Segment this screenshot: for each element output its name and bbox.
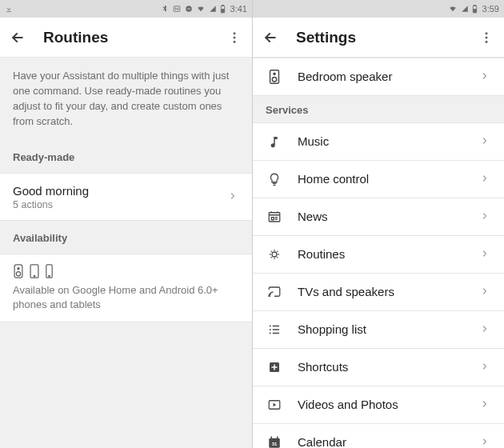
nfc-icon [172,5,182,13]
page-title: Routines [43,29,225,46]
svg-rect-32 [273,329,279,330]
back-arrow-icon[interactable] [261,28,280,47]
app-bar: Routines [0,18,252,58]
svg-point-29 [270,329,271,330]
svg-point-20 [486,36,488,38]
chevron-right-icon [228,191,239,202]
section-header-availability: Availability [0,221,252,254]
speaker-device-icon [13,264,24,278]
download-icon [5,5,13,13]
row-label: Bedroom speaker [298,69,466,85]
cast-icon [266,283,283,301]
intro-text: Have your Assistant do multiple things w… [0,58,252,140]
device-bedroom-speaker[interactable]: Bedroom speaker [253,58,504,96]
routine-good-morning[interactable]: Good morning 5 actions [0,173,252,221]
tablet-device-icon [29,264,40,278]
row-label: Music [298,134,466,150]
section-header-readymade: Ready-made [0,140,252,173]
section-header-services: Services [253,96,504,122]
chevron-right-icon [480,362,491,373]
status-bar: 3:59 [253,0,504,18]
service-tvs-and-speakers[interactable]: TVs and speakers [253,274,504,311]
routine-title: Good morning [13,183,214,199]
svg-rect-31 [273,326,279,327]
service-routines[interactable]: Routines [253,236,504,274]
device-icons [13,264,239,278]
phone-routines: 3:41 Routines Have your Assistant do mul… [0,0,252,448]
chevron-right-icon [480,249,491,260]
chevron-right-icon [480,324,491,335]
service-calendar[interactable]: 31 Calendar [253,424,504,448]
overflow-menu-icon[interactable] [225,28,244,47]
svg-point-13 [34,275,34,276]
svg-point-24 [272,77,276,81]
row-label: Shortcuts [298,359,466,375]
service-shopping-list[interactable]: Shopping list [253,311,504,349]
app-bar: Settings [253,18,504,58]
chevron-right-icon [480,174,491,185]
svg-rect-2 [186,9,190,10]
row-label: Videos and Photos [298,397,466,413]
svg-point-30 [270,333,271,334]
row-label: Routines [298,246,466,262]
row-label: Home control [298,171,466,187]
phone-settings: 3:59 Settings Bedroom speaker Services [252,0,504,448]
lightbulb-icon [266,170,283,188]
calendar-icon: 31 [266,434,283,448]
shortcuts-icon [266,358,283,376]
row-label: Shopping list [298,322,466,338]
svg-rect-5 [221,9,223,12]
chevron-right-icon [480,286,491,298]
row-label: Calendar [298,434,466,448]
speaker-icon [266,68,283,86]
service-news[interactable]: News [253,198,504,236]
news-icon [266,208,283,226]
chevron-right-icon [480,437,491,448]
service-shortcuts[interactable]: Shortcuts [253,349,504,386]
page-title: Settings [296,29,477,46]
svg-point-27 [269,295,270,296]
play-icon [266,396,283,414]
chevron-right-icon [480,71,491,82]
svg-point-6 [234,32,236,34]
status-time: 3:41 [230,4,247,14]
svg-rect-17 [474,5,475,6]
svg-text:31: 31 [272,442,278,446]
availability-row: Available on Google Home and Android 6.0… [0,254,252,322]
svg-point-26 [272,252,277,257]
routine-subtitle: 5 actions [13,199,214,210]
wifi-icon [196,5,206,13]
music-icon [266,133,283,150]
settings-body: Bedroom speaker Services Music Home cont… [253,58,504,448]
chevron-right-icon [480,136,491,147]
service-music[interactable]: Music [253,122,504,161]
service-videos-and-photos[interactable]: Videos and Photos [253,386,504,424]
phone-device-icon [45,264,54,278]
wifi-icon [448,5,458,13]
row-label: TVs and speakers [298,284,466,300]
list-icon [266,321,283,338]
overflow-menu-icon[interactable] [477,28,496,47]
chevron-right-icon [480,211,491,222]
status-time: 3:59 [482,4,499,14]
svg-point-7 [234,36,236,38]
svg-point-19 [486,32,488,34]
service-home-control[interactable]: Home control [253,161,504,198]
svg-rect-25 [269,213,280,222]
svg-rect-4 [222,5,223,6]
signal-icon [209,5,217,13]
back-arrow-icon[interactable] [8,28,27,47]
svg-point-8 [234,40,236,42]
svg-point-21 [486,40,488,42]
svg-rect-37 [271,437,273,439]
signal-icon [461,5,469,13]
row-label: News [298,209,466,225]
svg-rect-38 [277,437,278,439]
routines-icon [266,246,283,263]
svg-point-11 [16,272,20,276]
bluetooth-icon [161,5,169,13]
dnd-icon [185,5,193,13]
svg-point-15 [49,275,50,276]
svg-point-10 [18,268,19,270]
status-bar: 3:41 [0,0,252,18]
